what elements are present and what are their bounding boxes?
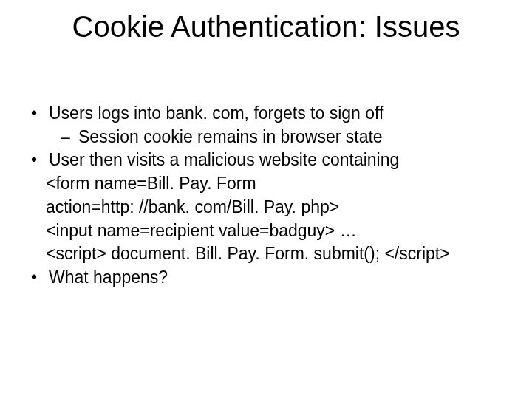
code-line: <form name=Bill. Pay. Form bbox=[28, 172, 502, 196]
code-text: action=http: //bank. com/Bill. Pay. php> bbox=[46, 197, 339, 216]
bullet-text: Users logs into bank. com, forgets to si… bbox=[49, 103, 383, 123]
code-text: <input name=recipient value=badguy> … bbox=[46, 221, 357, 240]
slide-title: Cookie Authentication: Issues bbox=[0, 10, 532, 44]
bullet-text: User then visits a malicious website con… bbox=[49, 150, 399, 169]
sub-bullet-text: Session cookie remains in browser state bbox=[78, 127, 383, 146]
sub-bullet-item: Session cookie remains in browser state bbox=[28, 126, 502, 149]
bullet-item: What happens? bbox=[28, 266, 502, 290]
code-text: <form name=Bill. Pay. Form bbox=[46, 174, 256, 193]
bullet-text: What happens? bbox=[49, 267, 168, 287]
code-line: <input name=recipient value=badguy> … bbox=[28, 219, 502, 243]
bullet-item: User then visits a malicious website con… bbox=[28, 149, 502, 172]
code-line: <script> document. Bill. Pay. Form. subm… bbox=[28, 242, 502, 266]
slide: Cookie Authentication: Issues Users logs… bbox=[0, 0, 532, 399]
code-text: <script> document. Bill. Pay. Form. subm… bbox=[46, 244, 450, 263]
bullet-item: Users logs into bank. com, forgets to si… bbox=[28, 102, 502, 126]
code-line: action=http: //bank. com/Bill. Pay. php> bbox=[28, 196, 502, 219]
slide-body: Users logs into bank. com, forgets to si… bbox=[28, 102, 502, 290]
